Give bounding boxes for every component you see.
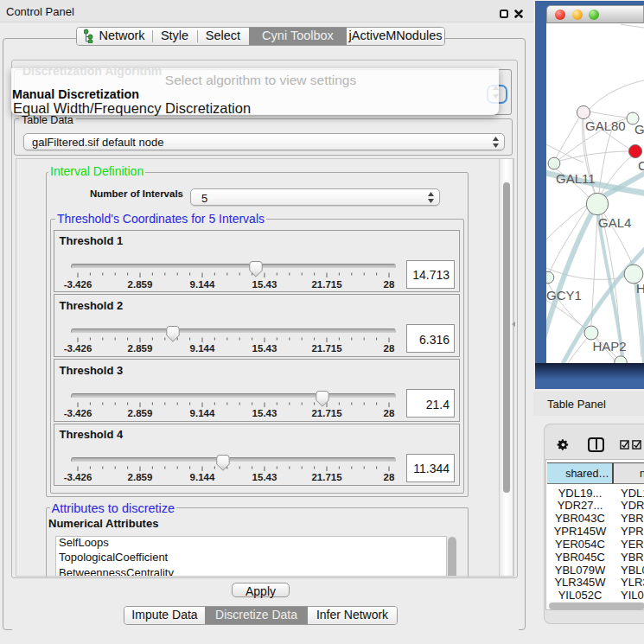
svg-text:HAP2: HAP2 (593, 339, 627, 354)
svg-text:GAL80: GAL80 (585, 118, 626, 133)
svg-text:GAL11: GAL11 (556, 171, 596, 186)
svg-text:GAL4: GAL4 (598, 215, 631, 230)
svg-text:H: H (636, 281, 644, 296)
svg-text:GA: GA (634, 122, 644, 137)
svg-text:GCY1: GCY1 (546, 288, 582, 303)
svg-text:C: C (638, 158, 644, 173)
